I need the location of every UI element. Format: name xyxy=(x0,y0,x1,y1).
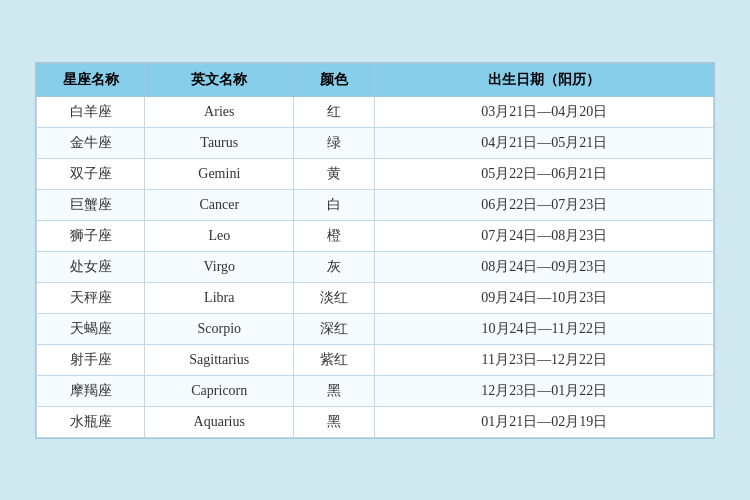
table-row: 白羊座Aries红03月21日—04月20日 xyxy=(37,96,714,127)
table-row: 双子座Gemini黄05月22日—06月21日 xyxy=(37,158,714,189)
table-row: 射手座Sagittarius紫红11月23日—12月22日 xyxy=(37,344,714,375)
cell-english: Aries xyxy=(145,96,294,127)
cell-date: 08月24日—09月23日 xyxy=(375,251,714,282)
cell-chinese: 射手座 xyxy=(37,344,145,375)
cell-english: Sagittarius xyxy=(145,344,294,375)
header-english: 英文名称 xyxy=(145,63,294,96)
cell-english: Taurus xyxy=(145,127,294,158)
header-chinese: 星座名称 xyxy=(37,63,145,96)
cell-color: 灰 xyxy=(294,251,375,282)
cell-english: Aquarius xyxy=(145,406,294,437)
cell-english: Scorpio xyxy=(145,313,294,344)
cell-chinese: 天秤座 xyxy=(37,282,145,313)
cell-color: 红 xyxy=(294,96,375,127)
table-header-row: 星座名称 英文名称 颜色 出生日期（阳历） xyxy=(37,63,714,96)
cell-color: 白 xyxy=(294,189,375,220)
table-row: 天蝎座Scorpio深红10月24日—11月22日 xyxy=(37,313,714,344)
cell-date: 05月22日—06月21日 xyxy=(375,158,714,189)
cell-english: Virgo xyxy=(145,251,294,282)
cell-chinese: 狮子座 xyxy=(37,220,145,251)
cell-english: Libra xyxy=(145,282,294,313)
cell-chinese: 金牛座 xyxy=(37,127,145,158)
cell-color: 深红 xyxy=(294,313,375,344)
cell-color: 黑 xyxy=(294,375,375,406)
cell-chinese: 摩羯座 xyxy=(37,375,145,406)
cell-date: 03月21日—04月20日 xyxy=(375,96,714,127)
cell-english: Cancer xyxy=(145,189,294,220)
cell-color: 淡红 xyxy=(294,282,375,313)
table-row: 狮子座Leo橙07月24日—08月23日 xyxy=(37,220,714,251)
cell-chinese: 处女座 xyxy=(37,251,145,282)
cell-color: 绿 xyxy=(294,127,375,158)
zodiac-table: 星座名称 英文名称 颜色 出生日期（阳历） 白羊座Aries红03月21日—04… xyxy=(36,63,714,438)
cell-english: Leo xyxy=(145,220,294,251)
cell-chinese: 白羊座 xyxy=(37,96,145,127)
table-row: 摩羯座Capricorn黑12月23日—01月22日 xyxy=(37,375,714,406)
cell-color: 黑 xyxy=(294,406,375,437)
cell-chinese: 天蝎座 xyxy=(37,313,145,344)
cell-chinese: 水瓶座 xyxy=(37,406,145,437)
cell-date: 09月24日—10月23日 xyxy=(375,282,714,313)
cell-color: 橙 xyxy=(294,220,375,251)
cell-date: 01月21日—02月19日 xyxy=(375,406,714,437)
table-row: 天秤座Libra淡红09月24日—10月23日 xyxy=(37,282,714,313)
cell-date: 06月22日—07月23日 xyxy=(375,189,714,220)
cell-date: 07月24日—08月23日 xyxy=(375,220,714,251)
cell-english: Gemini xyxy=(145,158,294,189)
header-color: 颜色 xyxy=(294,63,375,96)
cell-date: 11月23日—12月22日 xyxy=(375,344,714,375)
table-row: 巨蟹座Cancer白06月22日—07月23日 xyxy=(37,189,714,220)
cell-date: 04月21日—05月21日 xyxy=(375,127,714,158)
cell-color: 黄 xyxy=(294,158,375,189)
cell-chinese: 巨蟹座 xyxy=(37,189,145,220)
cell-chinese: 双子座 xyxy=(37,158,145,189)
table-row: 处女座Virgo灰08月24日—09月23日 xyxy=(37,251,714,282)
cell-color: 紫红 xyxy=(294,344,375,375)
cell-english: Capricorn xyxy=(145,375,294,406)
cell-date: 12月23日—01月22日 xyxy=(375,375,714,406)
header-date: 出生日期（阳历） xyxy=(375,63,714,96)
zodiac-table-container: 星座名称 英文名称 颜色 出生日期（阳历） 白羊座Aries红03月21日—04… xyxy=(35,62,715,439)
cell-date: 10月24日—11月22日 xyxy=(375,313,714,344)
table-row: 金牛座Taurus绿04月21日—05月21日 xyxy=(37,127,714,158)
table-row: 水瓶座Aquarius黑01月21日—02月19日 xyxy=(37,406,714,437)
